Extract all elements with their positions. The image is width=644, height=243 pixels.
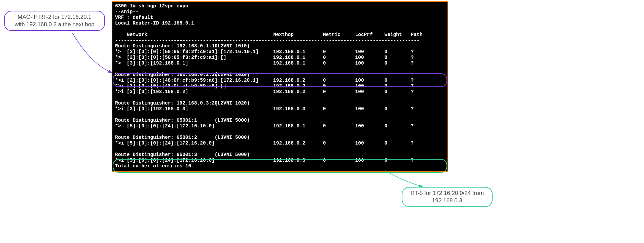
callout-purple-line2: with 192.168.0.2 a the next hop [9,21,100,28]
rd-header: Route Distinguisher: 192.168.0.2:20(L2VN… [115,72,445,78]
route-row: *>i[5]:[0]:[0]:[24]:[172.16.20.0]192.168… [115,140,445,146]
header-line: NetworkNexthopMetricLocPrfWeightPath [115,32,445,38]
route-row: *>i[2]:[0]:[0]:[48:0f:cf:b9:59:a6]:[]192… [115,83,445,89]
rd-header: Route Distinguisher: 65001:3(L3VNI 5000) [115,152,445,158]
route-row: *>i[3]:[0]:[192.168.0.2]192.168.0.201000… [115,89,445,95]
route-row: *>i[3]:[0]:[192.168.0.3]192.168.0.301000… [115,106,445,112]
rd-header: Route Distinguisher: 192.168.0.3:20(L2VN… [115,100,445,106]
prompt-line: 6300-1# sh bgp l2vpn evpn [115,3,445,9]
rd-header: Route Distinguisher: 65001:2(L3VNI 5000) [115,135,445,140]
callout-green-line2: 192.168.0.3 [407,197,487,204]
route-row: *>[3]:[0]:[192.168.0.1]192.168.0.101000? [115,60,445,66]
callout-green-line1: RT-5 for 172.16.20.0/24 from [407,190,487,197]
route-row: *>i[5]:[0]:[0]:[24]:[172.16.20.0]192.168… [115,158,445,163]
route-row: *>[2]:[0]:[0]:[50:65:f3:2f:c9:a1]:[172.1… [115,49,445,55]
vrf-line: VRF : default [115,15,445,21]
divider: ----------------------------------------… [115,38,445,43]
router-id-line: Local Router-ID 192.168.0.1 [115,21,445,26]
route-row: *>[5]:[0]:[0]:[24]:[172.16.10.0]192.168.… [115,123,445,129]
total-line: Total number of entries 10 [115,163,445,169]
route-row: *>[2]:[0]:[0]:[50:65:f3:2f:c9:a1]:[]192.… [115,55,445,60]
snip-line: --snip-- [115,9,445,15]
callout-green: RT-5 for 172.16.20.0/24 from 192.168.0.3 [402,187,493,207]
rd-header: Route Distinguisher: 65001:1(L3VNI 5000) [115,118,445,123]
route-row: *>i[2]:[0]:[0]:[48:0f:cf:b9:59:a6]:[172.… [115,78,445,83]
callout-purple-line1: MAC-IP RT-2 for 172.16.20.1 [9,13,100,21]
rd-header: Route Distinguisher: 192.168.0.1:10(L2VN… [115,43,445,49]
terminal-output: 6300-1# sh bgp l2vpn evpn--snip--VRF : d… [112,1,448,172]
callout-purple: MAC-IP RT-2 for 172.16.20.1 with 192.168… [4,11,105,31]
